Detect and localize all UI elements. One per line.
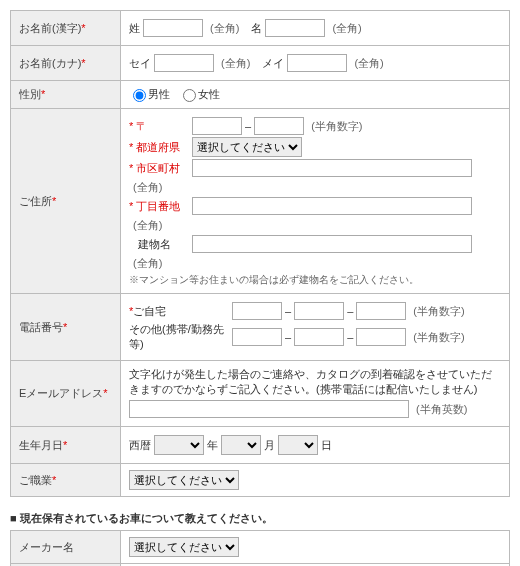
unit: (全角) [354,56,383,71]
zip-label: 〒 [129,119,189,134]
mei-label: 名 [251,21,262,36]
gender-label: 性別 [19,88,41,100]
city-label: 市区町村 [129,161,189,176]
phone-other-label: その他(携帯/勤務先等) [129,322,229,352]
birth-year-select[interactable] [154,435,204,455]
maker-select[interactable]: 選択してください [129,537,239,557]
section2-title: 現在保有されているお車について教えてください。 [10,511,510,526]
address-note: ※マンション等お住まいの場合は必ず建物名をご記入ください。 [129,273,501,287]
name-kanji-label: お名前(漢字) [19,22,81,34]
email-note: 文字化けが発生した場合のご連絡や、カタログの到着確認をさせていただきますのでかな… [129,367,501,397]
email-input[interactable] [129,400,409,418]
gender-male-radio[interactable] [133,89,146,102]
home-phone2-input[interactable] [294,302,344,320]
address-label: ご住所 [19,195,52,207]
name-kana-label: お名前(カナ) [19,57,81,69]
job-label: ご職業 [19,474,52,486]
maker-label: メーカー名 [19,541,74,553]
sei-label: 姓 [129,21,140,36]
job-select[interactable]: 選択してください [129,470,239,490]
street-label: 丁目番地 [129,199,189,214]
unit: (全角) [332,21,361,36]
birth-label: 生年月日 [19,439,63,451]
other-phone2-input[interactable] [294,328,344,346]
last-name-kana-input[interactable] [154,54,214,72]
email-label: Eメールアドレス [19,387,103,399]
phone-home-label: ご自宅 [133,305,166,317]
unit: (全角) [210,21,239,36]
mei-kana-label: メイ [262,56,284,71]
phone-label: 電話番号 [19,321,63,333]
gender-female-radio[interactable] [183,89,196,102]
sei-kana-label: セイ [129,56,151,71]
home-phone3-input[interactable] [356,302,406,320]
pref-select[interactable]: 選択してください [192,137,302,157]
bldg-label: 建物名 [129,237,189,252]
last-name-kanji-input[interactable] [143,19,203,37]
birth-day-select[interactable] [278,435,318,455]
home-phone1-input[interactable] [232,302,282,320]
zip2-input[interactable] [254,117,304,135]
other-phone3-input[interactable] [356,328,406,346]
other-phone1-input[interactable] [232,328,282,346]
birth-month-select[interactable] [221,435,261,455]
street-input[interactable] [192,197,472,215]
pref-label: 都道府県 [129,140,189,155]
first-name-kanji-input[interactable] [265,19,325,37]
city-input[interactable] [192,159,472,177]
first-name-kana-input[interactable] [287,54,347,72]
zip1-input[interactable] [192,117,242,135]
unit: (全角) [221,56,250,71]
bldg-input[interactable] [192,235,472,253]
